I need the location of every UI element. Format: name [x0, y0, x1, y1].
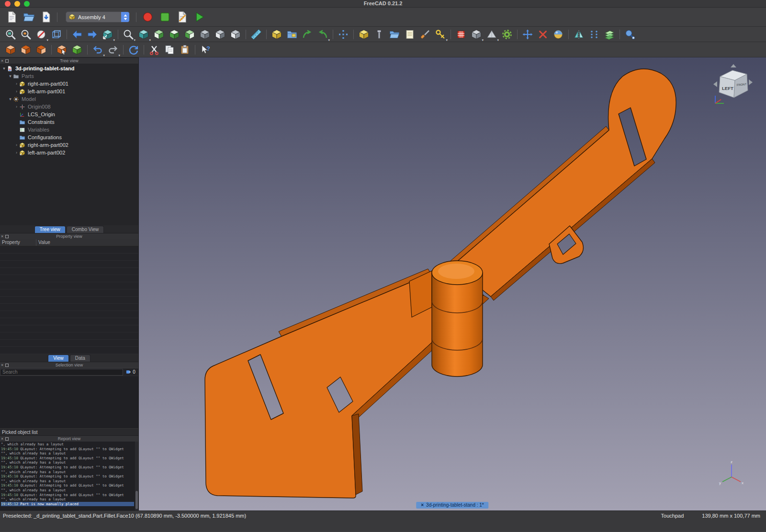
document-tab[interactable]: × 3d-printing-tablet-stand : 1*	[416, 502, 488, 509]
macro-record-button[interactable]	[140, 10, 155, 25]
navcube-arrow-right-icon[interactable]	[749, 79, 753, 85]
tree-item-right-arm-part001[interactable]: ›right-arm-part001	[0, 80, 138, 88]
delete-constraint-button[interactable]	[536, 28, 550, 41]
float-panel-icon[interactable]	[5, 235, 9, 238]
make-link-button[interactable]	[623, 28, 637, 41]
measure-distance-button[interactable]	[249, 28, 263, 41]
dropdown-arrow-icon[interactable]: ▾	[46, 38, 48, 42]
property-row-empty[interactable]	[0, 246, 138, 254]
property-row-empty[interactable]	[0, 297, 138, 304]
iso-view-3-button[interactable]	[34, 43, 48, 56]
show-lcs-button[interactable]	[603, 28, 616, 41]
view-axonometric-button[interactable]: ▾	[137, 28, 150, 41]
dropdown-arrow-icon[interactable]: ▾	[134, 38, 135, 42]
property-row-empty[interactable]	[0, 275, 138, 282]
tree-item-Parts[interactable]: ▾Parts	[0, 72, 138, 80]
property-row-empty[interactable]	[0, 325, 138, 332]
property-row-empty[interactable]	[0, 347, 138, 354]
float-panel-icon[interactable]	[5, 59, 9, 63]
expand-arrow-icon[interactable]: ▾	[1, 66, 7, 71]
undo-button[interactable]: ▾	[91, 43, 104, 56]
bounding-box-button[interactable]	[50, 28, 63, 41]
move-part-button[interactable]	[521, 28, 534, 41]
property-row-empty[interactable]	[0, 311, 138, 318]
expand-arrow-icon[interactable]: ›	[14, 150, 19, 155]
macro-play-button[interactable]	[192, 10, 207, 25]
circular-array-button[interactable]	[587, 28, 601, 41]
new-document-button[interactable]	[4, 10, 19, 25]
navcube-arrow-up-icon[interactable]	[731, 64, 736, 67]
tree-item-Origin008[interactable]: ›Origin008	[0, 103, 138, 111]
property-row-empty[interactable]	[0, 340, 138, 347]
float-panel-icon[interactable]	[5, 364, 9, 367]
zoom-button[interactable]: ▾	[122, 28, 135, 41]
view-right-button[interactable]	[183, 28, 196, 41]
open-document-button[interactable]	[21, 10, 36, 25]
tree-item-left-arm-part002[interactable]: ›left-arm-part002	[0, 149, 138, 156]
dropdown-arrow-icon[interactable]: ▾	[482, 38, 484, 42]
expand-arrow-icon[interactable]: ▾	[8, 74, 13, 78]
macro-edit-button[interactable]	[174, 10, 190, 25]
dropdown-arrow-icon[interactable]: ▾	[118, 54, 120, 57]
property-row-empty[interactable]	[0, 332, 138, 340]
view-front-button[interactable]	[152, 28, 166, 41]
expand-arrow-icon[interactable]: ›	[14, 81, 19, 86]
3d-viewport[interactable]: LEFT FRONT z x y	[139, 57, 766, 510]
draw-style-button[interactable]: ▾	[34, 28, 48, 41]
fit-all-button[interactable]	[4, 28, 17, 41]
tree-item-LCS_Origin[interactable]: LCS_Origin	[0, 111, 138, 118]
screwdriver-button[interactable]	[418, 28, 432, 41]
iso-view-1-button[interactable]	[4, 43, 17, 56]
macro-stop-button[interactable]	[157, 10, 172, 25]
report-scrollbar[interactable]	[135, 442, 138, 510]
mirror-part-button[interactable]	[572, 28, 586, 41]
snap-points-button[interactable]	[337, 28, 350, 41]
whats-this-button[interactable]: ?	[199, 43, 212, 56]
expand-arrow-icon[interactable]: ▾	[8, 97, 13, 101]
tree-item-left-arm-part001[interactable]: ›left-arm-part001	[0, 88, 138, 95]
tree-item-Configurations[interactable]: Configurations	[0, 133, 138, 141]
export-part-button[interactable]	[301, 28, 314, 41]
iso-view-2-button[interactable]	[19, 43, 33, 56]
expand-arrow-icon[interactable]: ›	[14, 104, 19, 109]
property-row-empty[interactable]	[0, 318, 138, 325]
view-top-button[interactable]	[168, 28, 181, 41]
solve-constraints-button[interactable]	[552, 28, 565, 41]
expand-arrow-icon[interactable]: ›	[14, 143, 19, 147]
insert-fastener-button[interactable]	[372, 28, 386, 41]
close-panel-icon[interactable]: ×	[1, 59, 3, 63]
view-rear-button[interactable]	[198, 28, 212, 41]
configurations-button[interactable]	[500, 28, 514, 41]
dropdown-arrow-icon[interactable]: ▾	[497, 38, 499, 42]
report-log[interactable]: ", which already has a layout19:45:10QLa…	[0, 442, 138, 510]
expand-arrow-icon[interactable]: ›	[14, 89, 19, 94]
document-tab-label[interactable]: 3d-printing-tablet-stand : 1*	[426, 502, 484, 508]
dropdown-arrow-icon[interactable]: ▾	[113, 38, 115, 42]
paste-button[interactable]	[178, 43, 192, 56]
navigation-cube[interactable]: LEFT FRONT	[710, 61, 755, 107]
tree-item-Variables[interactable]: Variables	[0, 126, 138, 133]
close-panel-icon[interactable]: ×	[1, 437, 3, 441]
tree-item-Constraints[interactable]: Constraints	[0, 118, 138, 126]
scrollbar-thumb[interactable]	[135, 491, 138, 509]
tree-item-right-arm-part002[interactable]: ›right-arm-part002	[0, 141, 138, 149]
cut-button[interactable]	[147, 43, 161, 56]
float-panel-icon[interactable]	[5, 437, 9, 441]
tab-tree-view[interactable]: Tree view	[34, 226, 66, 233]
navcube-left-label[interactable]: LEFT	[722, 86, 733, 91]
selection-search-input[interactable]	[0, 369, 123, 376]
column-value[interactable]: Value	[36, 239, 138, 246]
new-body-button[interactable]	[357, 28, 371, 41]
copy-button[interactable]	[163, 43, 176, 56]
notes-button[interactable]	[403, 28, 417, 41]
workbench-selector[interactable]: Assembly 4	[66, 11, 130, 22]
insert-group-button[interactable]	[285, 28, 299, 41]
dropdown-arrow-icon[interactable]: ▾	[103, 54, 105, 57]
dropdown-arrow-icon[interactable]: ▾	[149, 38, 151, 42]
nav-back-button[interactable]	[70, 28, 84, 41]
check-assembly-button[interactable]	[70, 43, 84, 56]
3d-scene[interactable]	[139, 57, 766, 510]
selection-list[interactable]	[0, 376, 138, 428]
tab-combo-view[interactable]: Combo View	[67, 226, 104, 233]
property-row-empty[interactable]	[0, 261, 138, 268]
